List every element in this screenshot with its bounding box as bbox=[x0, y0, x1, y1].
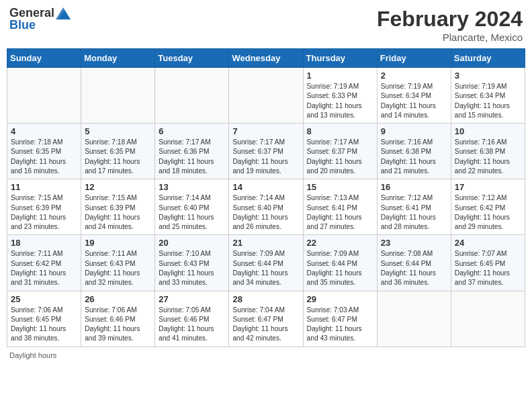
calendar-cell: 28Sunrise: 7:04 AM Sunset: 6:47 PM Dayli… bbox=[229, 291, 303, 347]
calendar-cell bbox=[451, 291, 525, 347]
day-number: 14 bbox=[232, 182, 299, 192]
day-number: 3 bbox=[455, 71, 521, 81]
day-info: Sunrise: 7:11 AM Sunset: 6:42 PM Dayligh… bbox=[11, 249, 77, 287]
day-number: 23 bbox=[381, 238, 447, 248]
logo-icon bbox=[56, 7, 71, 19]
calendar-cell: 1Sunrise: 7:19 AM Sunset: 6:33 PM Daylig… bbox=[303, 68, 377, 124]
calendar-week-row: 4Sunrise: 7:18 AM Sunset: 6:35 PM Daylig… bbox=[7, 124, 525, 179]
calendar-cell bbox=[229, 68, 303, 124]
calendar-day-header: Sunday bbox=[7, 49, 81, 68]
day-info: Sunrise: 7:17 AM Sunset: 6:37 PM Dayligh… bbox=[307, 138, 373, 176]
day-number: 12 bbox=[85, 182, 151, 192]
day-number: 25 bbox=[11, 294, 77, 304]
day-info: Sunrise: 7:17 AM Sunset: 6:37 PM Dayligh… bbox=[232, 138, 299, 176]
day-info: Sunrise: 7:18 AM Sunset: 6:35 PM Dayligh… bbox=[85, 138, 151, 176]
day-number: 29 bbox=[307, 294, 373, 304]
calendar-cell: 7Sunrise: 7:17 AM Sunset: 6:37 PM Daylig… bbox=[229, 124, 303, 179]
day-info: Sunrise: 7:14 AM Sunset: 6:40 PM Dayligh… bbox=[232, 193, 299, 232]
calendar-cell: 10Sunrise: 7:16 AM Sunset: 6:38 PM Dayli… bbox=[451, 124, 525, 179]
day-number: 24 bbox=[455, 238, 521, 248]
day-number: 16 bbox=[381, 182, 447, 192]
day-number: 10 bbox=[455, 126, 521, 136]
day-info: Sunrise: 7:15 AM Sunset: 6:39 PM Dayligh… bbox=[11, 193, 77, 232]
day-info: Sunrise: 7:05 AM Sunset: 6:46 PM Dayligh… bbox=[159, 306, 225, 344]
day-number: 2 bbox=[381, 71, 447, 81]
day-number: 21 bbox=[232, 238, 299, 248]
calendar-cell: 2Sunrise: 7:19 AM Sunset: 6:34 PM Daylig… bbox=[377, 68, 451, 124]
day-info: Sunrise: 7:06 AM Sunset: 6:46 PM Dayligh… bbox=[85, 306, 151, 344]
calendar-cell: 22Sunrise: 7:09 AM Sunset: 6:44 PM Dayli… bbox=[303, 235, 377, 291]
day-number: 4 bbox=[11, 126, 77, 136]
day-number: 20 bbox=[159, 238, 225, 248]
calendar-cell: 17Sunrise: 7:12 AM Sunset: 6:42 PM Dayli… bbox=[451, 179, 525, 235]
calendar-week-row: 18Sunrise: 7:11 AM Sunset: 6:42 PM Dayli… bbox=[7, 235, 525, 291]
calendar-week-row: 25Sunrise: 7:06 AM Sunset: 6:45 PM Dayli… bbox=[7, 291, 525, 347]
calendar-week-row: 1Sunrise: 7:19 AM Sunset: 6:33 PM Daylig… bbox=[7, 68, 525, 124]
day-info: Sunrise: 7:19 AM Sunset: 6:33 PM Dayligh… bbox=[307, 82, 373, 120]
calendar-cell: 5Sunrise: 7:18 AM Sunset: 6:35 PM Daylig… bbox=[81, 124, 155, 179]
daylight-note: Daylight hours bbox=[9, 351, 56, 359]
calendar-cell bbox=[155, 68, 229, 124]
calendar-cell bbox=[81, 68, 155, 124]
day-number: 7 bbox=[232, 126, 299, 136]
calendar-week-row: 11Sunrise: 7:15 AM Sunset: 6:39 PM Dayli… bbox=[7, 179, 525, 235]
day-number: 9 bbox=[381, 126, 447, 136]
calendar-cell: 15Sunrise: 7:13 AM Sunset: 6:41 PM Dayli… bbox=[303, 179, 377, 235]
day-number: 27 bbox=[159, 294, 225, 304]
calendar-cell: 21Sunrise: 7:09 AM Sunset: 6:44 PM Dayli… bbox=[229, 235, 303, 291]
day-number: 28 bbox=[232, 294, 299, 304]
day-info: Sunrise: 7:12 AM Sunset: 6:42 PM Dayligh… bbox=[455, 193, 521, 232]
day-info: Sunrise: 7:13 AM Sunset: 6:41 PM Dayligh… bbox=[307, 193, 373, 232]
day-info: Sunrise: 7:16 AM Sunset: 6:38 PM Dayligh… bbox=[455, 138, 521, 176]
calendar-cell: 19Sunrise: 7:11 AM Sunset: 6:43 PM Dayli… bbox=[81, 235, 155, 291]
day-number: 17 bbox=[455, 182, 521, 192]
day-number: 6 bbox=[159, 126, 225, 136]
day-info: Sunrise: 7:06 AM Sunset: 6:45 PM Dayligh… bbox=[11, 306, 77, 344]
day-info: Sunrise: 7:09 AM Sunset: 6:44 PM Dayligh… bbox=[307, 249, 373, 287]
calendar-cell: 26Sunrise: 7:06 AM Sunset: 6:46 PM Dayli… bbox=[81, 291, 155, 347]
footer-note: Daylight hours bbox=[7, 351, 525, 359]
day-info: Sunrise: 7:04 AM Sunset: 6:47 PM Dayligh… bbox=[232, 306, 299, 344]
month-year-title: February 2024 bbox=[377, 7, 523, 32]
logo: General Blue bbox=[9, 7, 71, 32]
location-subtitle: Plancarte, Mexico bbox=[377, 32, 523, 43]
day-number: 13 bbox=[159, 182, 225, 192]
calendar-cell: 6Sunrise: 7:17 AM Sunset: 6:36 PM Daylig… bbox=[155, 124, 229, 179]
day-number: 11 bbox=[11, 182, 77, 192]
day-number: 5 bbox=[85, 126, 151, 136]
calendar-day-header: Thursday bbox=[303, 49, 377, 68]
calendar-cell: 25Sunrise: 7:06 AM Sunset: 6:45 PM Dayli… bbox=[7, 291, 81, 347]
calendar-cell: 23Sunrise: 7:08 AM Sunset: 6:44 PM Dayli… bbox=[377, 235, 451, 291]
calendar-cell: 12Sunrise: 7:15 AM Sunset: 6:39 PM Dayli… bbox=[81, 179, 155, 235]
calendar-cell: 16Sunrise: 7:12 AM Sunset: 6:41 PM Dayli… bbox=[377, 179, 451, 235]
calendar-header-row: SundayMondayTuesdayWednesdayThursdayFrid… bbox=[7, 49, 525, 68]
calendar-cell: 24Sunrise: 7:07 AM Sunset: 6:45 PM Dayli… bbox=[451, 235, 525, 291]
calendar-day-header: Wednesday bbox=[229, 49, 303, 68]
calendar-day-header: Monday bbox=[81, 49, 155, 68]
calendar-cell: 20Sunrise: 7:10 AM Sunset: 6:43 PM Dayli… bbox=[155, 235, 229, 291]
day-info: Sunrise: 7:18 AM Sunset: 6:35 PM Dayligh… bbox=[11, 138, 77, 176]
day-info: Sunrise: 7:10 AM Sunset: 6:43 PM Dayligh… bbox=[159, 249, 225, 287]
day-info: Sunrise: 7:07 AM Sunset: 6:45 PM Dayligh… bbox=[455, 249, 521, 287]
calendar-cell bbox=[377, 291, 451, 347]
calendar-cell: 8Sunrise: 7:17 AM Sunset: 6:37 PM Daylig… bbox=[303, 124, 377, 179]
day-number: 22 bbox=[307, 238, 373, 248]
day-number: 26 bbox=[85, 294, 151, 304]
page-header: General Blue February 2024 Plancarte, Me… bbox=[7, 7, 525, 43]
calendar-table: SundayMondayTuesdayWednesdayThursdayFrid… bbox=[7, 48, 525, 347]
day-info: Sunrise: 7:15 AM Sunset: 6:39 PM Dayligh… bbox=[85, 193, 151, 232]
calendar-cell: 9Sunrise: 7:16 AM Sunset: 6:38 PM Daylig… bbox=[377, 124, 451, 179]
calendar-cell: 13Sunrise: 7:14 AM Sunset: 6:40 PM Dayli… bbox=[155, 179, 229, 235]
day-info: Sunrise: 7:12 AM Sunset: 6:41 PM Dayligh… bbox=[381, 193, 447, 232]
day-info: Sunrise: 7:14 AM Sunset: 6:40 PM Dayligh… bbox=[159, 193, 225, 232]
logo-blue-text: Blue bbox=[9, 19, 36, 32]
title-block: February 2024 Plancarte, Mexico bbox=[377, 7, 523, 43]
calendar-day-header: Saturday bbox=[451, 49, 525, 68]
day-number: 18 bbox=[11, 238, 77, 248]
day-info: Sunrise: 7:11 AM Sunset: 6:43 PM Dayligh… bbox=[85, 249, 151, 287]
calendar-cell: 29Sunrise: 7:03 AM Sunset: 6:47 PM Dayli… bbox=[303, 291, 377, 347]
calendar-cell: 18Sunrise: 7:11 AM Sunset: 6:42 PM Dayli… bbox=[7, 235, 81, 291]
day-info: Sunrise: 7:03 AM Sunset: 6:47 PM Dayligh… bbox=[307, 306, 373, 344]
day-info: Sunrise: 7:09 AM Sunset: 6:44 PM Dayligh… bbox=[232, 249, 299, 287]
calendar-day-header: Tuesday bbox=[155, 49, 229, 68]
